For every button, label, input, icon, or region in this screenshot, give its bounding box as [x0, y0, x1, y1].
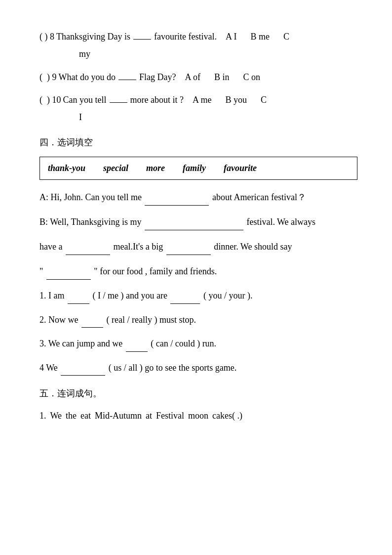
line1-text3: ( you / your ).: [203, 291, 252, 300]
dialog-b2-blank2[interactable]: [166, 255, 211, 255]
line2-rest: ( real / really ) must stop.: [107, 315, 196, 325]
line-3: 3. We can jump and we ( can / could ) ru…: [39, 336, 357, 351]
dialog-b2-text1: have a: [39, 242, 65, 252]
q9-option-a[interactable]: A of: [185, 70, 200, 85]
q8-rest: favourite festival.: [154, 30, 217, 44]
q10-blank[interactable]: [110, 102, 127, 103]
dialog-b2-text2: meal.It's a big: [113, 242, 165, 252]
s1-num: 1.: [39, 408, 46, 424]
q9-option-c[interactable]: C on: [243, 70, 260, 85]
line4-blank[interactable]: [61, 375, 105, 376]
q10-option-c[interactable]: C: [261, 93, 267, 107]
line1-num: 1. I am: [39, 291, 67, 300]
section4-title: 四．选词填空: [39, 135, 357, 150]
line-2: 2. Now we ( real / really ) must stop.: [39, 312, 357, 328]
dialog-b2: have a meal.It's a big dinner. We should…: [39, 238, 357, 255]
s1-the: the: [66, 408, 77, 424]
dialog-b2-blank1[interactable]: [66, 255, 110, 255]
q10-text: Can you tell: [63, 93, 107, 107]
line4-num: 4 We: [39, 363, 60, 373]
q10-option-b[interactable]: B you: [225, 93, 247, 107]
q8-my: my: [39, 47, 357, 61]
q8-option-b[interactable]: B me: [250, 30, 270, 44]
word-5: favourite: [224, 161, 257, 175]
word-2: special: [103, 161, 128, 175]
line-4: 4 We ( us / all ) go to see the sports g…: [39, 360, 357, 376]
line3-num: 3. We can jump and we: [39, 339, 125, 348]
sentence-1: 1. We the eat Mid-Autumn at Festival moo…: [39, 408, 357, 424]
q10-i: I: [39, 110, 357, 125]
section5-title: 五．连词成句。: [39, 386, 357, 401]
line2-num: 2. Now we: [39, 315, 80, 325]
s1-at: at: [146, 408, 152, 424]
line-1: 1. I am ( I / me ) and you are ( you / y…: [39, 288, 357, 303]
s1-moon: moon: [188, 408, 208, 424]
question-9: ( ) 9 What do you do Flag Day? A of B in…: [39, 70, 357, 85]
line3-blank[interactable]: [126, 351, 148, 352]
q9-option-b[interactable]: B in: [214, 70, 230, 85]
q9-rest: Flag Day?: [139, 70, 176, 85]
word-1: thank-you: [48, 161, 85, 175]
dialog-b3-blank[interactable]: [46, 279, 91, 280]
s1-midautumn: Mid-Autumn: [95, 408, 142, 424]
question-8: ( ) 8 Thanksgiving Day is favourite fest…: [39, 30, 357, 44]
dialog-b1-text: B: Well, Thanksgiving is my: [39, 217, 144, 227]
q10-options: A me B you C: [193, 93, 267, 107]
word-bank: thank-you special more family favourite: [39, 157, 357, 180]
q8-option-a[interactable]: A I: [226, 30, 237, 44]
dialog-b3-open-quote: ": [39, 266, 43, 276]
q8-number: ( ) 8: [39, 30, 54, 44]
dialog-a-rest: about American festival？: [212, 192, 306, 202]
q8-option-c[interactable]: C: [283, 30, 289, 44]
q10-rest: more about it ?: [130, 93, 184, 107]
line2-blank[interactable]: [81, 327, 103, 328]
word-3: more: [146, 161, 165, 175]
q8-text: Thanksgiving Day is: [56, 30, 130, 44]
line4-rest: ( us / all ) go to see the sports game.: [109, 363, 236, 373]
dialog-a-text: A: Hi, John. Can you tell me: [39, 192, 144, 202]
dialog-b3: " " for our food , family and friends.: [39, 263, 357, 280]
s1-eat: eat: [80, 408, 91, 424]
q9-number: ( ) 9: [39, 70, 57, 85]
s1-festival: Festival: [156, 408, 184, 424]
line1-text2: ( I / me ) and you are: [92, 291, 169, 300]
question-10: ( ) 10 Can you tell more about it ? A me…: [39, 93, 357, 107]
dialog-a-blank[interactable]: [145, 205, 209, 206]
dialog-b1: B: Well, Thanksgiving is my festival. We…: [39, 213, 357, 230]
q9-options: A of B in C on: [185, 70, 260, 85]
q10-number: ( ) 10: [39, 93, 61, 107]
q10-option-a[interactable]: A me: [193, 93, 212, 107]
dialog-b1-rest: festival. We always: [246, 217, 315, 227]
s1-we: We: [50, 408, 62, 424]
dialog-b1-blank[interactable]: [145, 230, 243, 230]
q9-text: What do you do: [59, 70, 116, 85]
q8-options: A I B me C: [226, 30, 289, 44]
line1-blank1[interactable]: [68, 303, 89, 304]
line1-blank2[interactable]: [170, 303, 200, 304]
q9-blank[interactable]: [118, 80, 136, 80]
dialog-b3-rest: " for our food , family and friends.: [94, 266, 217, 276]
word-4: family: [183, 161, 206, 175]
line3-rest: ( can / could ) run.: [151, 339, 216, 348]
dialog-a: A: Hi, John. Can you tell me about Ameri…: [39, 189, 357, 206]
q8-blank[interactable]: [133, 39, 151, 40]
dialog-b2-rest: dinner. We should say: [214, 242, 292, 252]
s1-cakes: cakes( .): [212, 408, 242, 424]
